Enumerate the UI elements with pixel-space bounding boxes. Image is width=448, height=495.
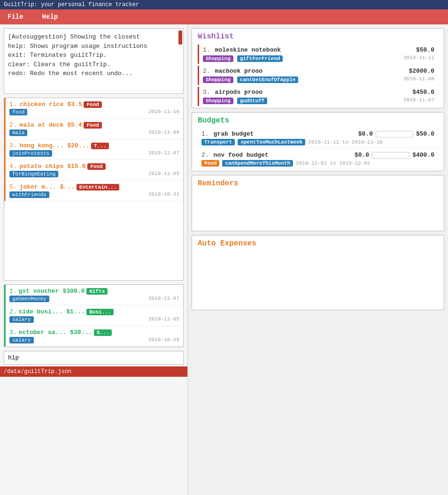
main-layout: [Autosuggestion] Showing the closest hel… <box>0 24 448 495</box>
command-input[interactable] <box>4 351 183 364</box>
expense-tag: Food <box>84 122 101 129</box>
expense-name: hong kong... <box>20 142 64 149</box>
expense-date: 2019-11-10 <box>148 109 179 115</box>
wishlist-date: 2019-11-08 <box>403 76 434 83</box>
help-text: [Autosuggestion] Showing the closest hel… <box>8 32 179 78</box>
expenses-list: 1. chicken rice $3.5 Food food 2019-11-1… <box>4 98 183 201</box>
income-num: 3. <box>9 329 17 336</box>
income-name: october sa... <box>19 329 66 336</box>
wishlist-date: 2019-11-07 <box>403 97 434 104</box>
expense-tag: Food <box>84 101 101 108</box>
income-name: gst voucher <box>19 288 59 295</box>
wishlist-tag: Shopping <box>203 98 233 104</box>
income-subtag: salary <box>9 316 34 323</box>
expense-name: mala at deck <box>20 122 64 129</box>
expense-subtag: mala <box>9 129 27 136</box>
expense-date: 2019-11-07 <box>148 150 179 157</box>
budget-date: 2019-11-01 to 2019-12-01 <box>296 160 370 166</box>
income-subtag: salary <box>9 337 34 343</box>
budget-date: 2019-11-11 to 2019-11-18 <box>308 139 382 145</box>
budgets-section: Budgets 1. grab budget $0.0 $50.0 Transp… <box>192 112 444 171</box>
expense-num: 3. <box>9 142 17 149</box>
help-area[interactable]: [Autosuggestion] Showing the closest hel… <box>4 28 184 94</box>
wishlist-tag: Shopping <box>203 55 233 62</box>
wishlist-num: 1. <box>203 46 210 53</box>
expense-amount: $5.4 <box>67 122 82 129</box>
menu-bar: File Help <box>0 9 448 24</box>
expense-num: 2. <box>9 122 17 129</box>
income-item[interactable]: 3. october sa... $30... S... salary 2019… <box>4 326 183 347</box>
budget-item[interactable]: 2. nov food budget $0.0 $400.0 Food canS… <box>198 150 438 169</box>
expense-date: 2019-11-05 <box>148 171 179 177</box>
budget-tag: canSpendMoreThisMonth <box>222 160 293 167</box>
scrollbar-thumb[interactable] <box>178 30 182 45</box>
wishlist-num: 2. <box>203 68 210 75</box>
income-num: 2. <box>9 308 17 315</box>
menu-file[interactable]: File <box>4 11 27 23</box>
budget-num: 2. <box>201 152 209 159</box>
wishlist-item[interactable]: 2. macbook prooo $2000.0 Shopping cantGe… <box>198 66 438 85</box>
budget-bar <box>376 131 413 137</box>
expense-item[interactable]: 1. chicken rice $3.5 Food food 2019-11-1… <box>4 98 183 119</box>
right-panel: Wishlist 1. moleskine notebook $50.0 Sho… <box>188 24 448 495</box>
expense-name: joker m... <box>20 183 56 190</box>
expense-amount: $20... <box>67 142 89 149</box>
income-num: 1. <box>9 288 17 295</box>
expense-amount: $... <box>60 183 75 190</box>
budget-num: 1. <box>201 130 209 137</box>
budget-tag: Transport <box>201 139 235 145</box>
expense-date: 2019-11-09 <box>148 129 179 136</box>
expense-amount: $3.5 <box>67 101 82 108</box>
expense-item[interactable]: 3. hong kong... $20... T... joinProtests… <box>4 139 183 160</box>
auto-expenses-title: Auto Expenses <box>192 236 444 250</box>
title-bar: GuiltTrip: your personal finance tracker <box>0 0 448 9</box>
budget-name: nov food budget <box>214 152 269 159</box>
status-bar: /data/guiltTrip.json <box>0 366 187 377</box>
budgets-list: 1. grab budget $0.0 $50.0 Transport spen… <box>192 129 444 169</box>
expense-subtag: withFriends <box>9 191 49 198</box>
income-tag: Gifts <box>86 288 108 295</box>
expense-num: 4. <box>9 163 17 170</box>
wishlist-tag: gudStuff <box>237 98 268 104</box>
income-tag: Busi... <box>86 309 114 315</box>
reminders-title: Reminders <box>192 175 444 190</box>
budget-total: $400.0 <box>412 152 434 159</box>
expense-subtag: food <box>9 109 27 115</box>
budget-bar <box>372 152 409 159</box>
income-section: 1. gst voucher $300.0 Gifts gahmenMoney … <box>4 284 184 347</box>
status-text: /data/guiltTrip.json <box>4 368 71 375</box>
wishlist-title: Wishlist <box>192 29 444 43</box>
budget-spent: $0.0 <box>355 152 369 159</box>
wishlist-section: Wishlist 1. moleskine notebook $50.0 Sho… <box>192 28 444 108</box>
budget-total: $50.0 <box>416 130 434 137</box>
income-item[interactable]: 1. gst voucher $300.0 Gifts gahmenMoney … <box>4 285 183 305</box>
expense-item[interactable]: 4. potato chips $15.0 Food forBingeEatin… <box>4 160 183 181</box>
income-tag: S... <box>94 329 112 336</box>
income-name: side busi... <box>19 308 63 315</box>
income-subtag: gahmenMoney <box>9 296 49 302</box>
income-amount: $30... <box>70 329 92 336</box>
title-text: GuiltTrip: your personal finance tracker <box>4 1 139 8</box>
income-list: 1. gst voucher $300.0 Gifts gahmenMoney … <box>4 285 183 347</box>
expense-item[interactable]: 5. joker m... $... Entertain... withFrie… <box>4 181 183 201</box>
wishlist-item[interactable]: 1. moleskine notebook $50.0 Shopping gif… <box>198 45 438 64</box>
expense-subtag: joinProtests <box>9 150 52 157</box>
budget-tag: spentTooMuchLastWeek <box>238 139 305 145</box>
expense-item[interactable]: 2. mala at deck $5.4 Food mala 2019-11-0… <box>4 119 183 139</box>
wishlist-item[interactable]: 3. airpods prooo $450.0 Shopping gudStuf… <box>198 87 438 106</box>
budget-spent: $0.0 <box>358 130 373 137</box>
expense-num: 1. <box>9 101 17 108</box>
expense-tag: Food <box>87 163 105 170</box>
income-amount: $1... <box>66 308 85 315</box>
wishlist-name: moleskine notebook <box>215 46 281 53</box>
left-panel: [Autosuggestion] Showing the closest hel… <box>0 24 188 495</box>
income-date: 2019-10-28 <box>148 337 179 343</box>
income-item[interactable]: 2. side busi... $1... Busi... salary 201… <box>4 305 183 326</box>
income-date: 2019-11-07 <box>148 296 179 302</box>
menu-help[interactable]: Help <box>39 11 62 23</box>
wishlist-num: 3. <box>203 89 210 96</box>
expense-subtag: forBingeEating <box>9 171 58 177</box>
expense-num: 5. <box>9 183 17 190</box>
wishlist-tag: giftForFriend <box>237 55 283 62</box>
budget-item[interactable]: 1. grab budget $0.0 $50.0 Transport spen… <box>198 129 438 148</box>
